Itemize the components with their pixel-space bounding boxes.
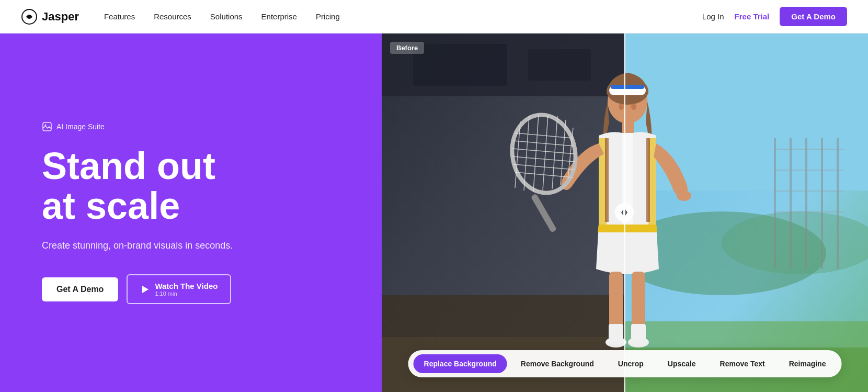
- svg-rect-22: [774, 170, 844, 171]
- nav-solutions[interactable]: Solutions: [210, 12, 243, 21]
- hero-actions: Get A Demo Watch The Video 1:10 min: [42, 274, 340, 304]
- play-icon: [140, 285, 150, 294]
- nav-right: Log In Free Trial Get A Demo: [702, 7, 847, 26]
- ai-badge: AI Image Suite: [42, 121, 340, 132]
- svg-point-31: [619, 104, 624, 110]
- ai-badge-text: AI Image Suite: [56, 122, 105, 131]
- logo-text: Jasper: [42, 10, 79, 24]
- svg-rect-17: [790, 138, 792, 269]
- get-demo-button[interactable]: Get A Demo: [780, 7, 847, 26]
- hero-title: Stand out at scale: [42, 147, 340, 226]
- navbar: Jasper Features Resources Solutions Ente…: [0, 0, 868, 33]
- hero-title-line2: at scale: [42, 185, 180, 227]
- svg-rect-1: [43, 122, 51, 131]
- jasper-logo-icon: [21, 8, 38, 25]
- hero-demo-button[interactable]: Get A Demo: [42, 277, 118, 301]
- before-label: Before: [390, 42, 424, 54]
- logo[interactable]: Jasper: [21, 8, 79, 25]
- reimagine-button[interactable]: Reimagine: [779, 354, 837, 373]
- svg-rect-23: [774, 191, 844, 192]
- svg-point-32: [631, 104, 636, 110]
- remove-text-button[interactable]: Remove Text: [710, 354, 775, 373]
- svg-rect-13: [625, 33, 868, 191]
- hero-right-panel: Before Replace Background Remove Backgro…: [382, 33, 868, 392]
- svg-rect-24: [774, 211, 844, 212]
- hero-title-line1: Stand out: [42, 145, 215, 187]
- before-label-text: Before: [396, 44, 418, 52]
- remove-background-button[interactable]: Remove Background: [510, 354, 604, 373]
- svg-rect-16: [774, 138, 776, 269]
- svg-rect-20: [837, 138, 839, 269]
- tennis-scene: [382, 33, 868, 392]
- svg-rect-21: [774, 149, 844, 150]
- replace-background-button[interactable]: Replace Background: [414, 354, 507, 373]
- video-btn-text: Watch The Video 1:10 min: [155, 282, 218, 297]
- nav-features[interactable]: Features: [104, 12, 135, 21]
- login-link[interactable]: Log In: [702, 12, 724, 21]
- svg-point-40: [606, 337, 626, 348]
- svg-rect-18: [805, 138, 807, 269]
- svg-rect-30: [611, 85, 644, 89]
- free-trial-link[interactable]: Free Trial: [735, 12, 770, 21]
- svg-rect-19: [821, 138, 823, 269]
- svg-rect-8: [413, 44, 507, 86]
- bottom-toolbar: Replace Background Remove Background Unc…: [408, 350, 842, 377]
- svg-rect-9: [528, 49, 591, 81]
- nav-enterprise[interactable]: Enterprise: [261, 12, 297, 21]
- svg-marker-3: [142, 286, 149, 293]
- hero-video-button[interactable]: Watch The Video 1:10 min: [127, 274, 231, 304]
- svg-point-58: [615, 203, 634, 222]
- uncrop-button[interactable]: Uncrop: [608, 354, 654, 373]
- video-btn-label: Watch The Video: [155, 282, 218, 290]
- nav-left: Jasper Features Resources Solutions Ente…: [21, 8, 340, 25]
- hero-subtitle: Create stunning, on-brand visuals in sec…: [42, 240, 340, 251]
- svg-point-41: [628, 337, 649, 348]
- video-duration: 1:10 min: [155, 290, 177, 297]
- hero-left-panel: AI Image Suite Stand out at scale Create…: [0, 33, 382, 392]
- hero-section: AI Image Suite Stand out at scale Create…: [0, 0, 868, 392]
- nav-links: Features Resources Solutions Enterprise …: [104, 12, 340, 21]
- image-suite-icon: [42, 121, 52, 132]
- svg-point-35: [677, 191, 691, 201]
- nav-pricing[interactable]: Pricing: [316, 12, 340, 21]
- upscale-button[interactable]: Upscale: [657, 354, 706, 373]
- nav-resources[interactable]: Resources: [154, 12, 191, 21]
